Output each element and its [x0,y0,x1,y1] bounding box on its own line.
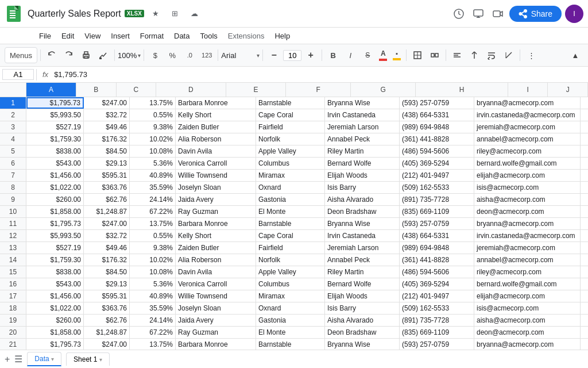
cell[interactable]: $1,022.00 [26,182,84,193]
cell[interactable]: 9.38% [130,121,176,133]
cell[interactable]: Bryanna Wise [325,218,400,229]
cell[interactable]: Bernard Wolfe [325,158,400,169]
cell[interactable] [581,121,588,133]
add-sheet-icon[interactable]: + [5,354,10,365]
cell[interactable]: annabel@acmecorp.com [474,133,581,145]
cell[interactable]: (989) 694-9848 [400,242,474,254]
cell[interactable]: $32.72 [84,109,130,121]
cell[interactable] [581,302,588,314]
row-number[interactable]: 13 [0,242,26,254]
cell[interactable]: Bryanna Wise [325,97,400,109]
cell[interactable]: $838.00 [26,145,84,157]
col-header-d[interactable]: D [156,83,226,97]
cell[interactable]: jeremiah@acmecorp.com [474,242,581,254]
cell[interactable]: elijah@acmecorp.com [474,290,581,302]
cell[interactable]: (212) 401-9497 [400,170,474,181]
cell[interactable]: (486) 594-5606 [400,266,474,278]
cell[interactable]: elijah@acmecorp.com [474,170,581,181]
col-header-e[interactable]: E [226,83,286,97]
cell[interactable]: (212) 401-9497 [400,290,474,302]
cell[interactable]: Willie Townsend [176,170,256,181]
text-color-button[interactable]: A [377,47,389,63]
cell[interactable]: 67.22% [130,206,176,217]
cell[interactable]: 13.75% [130,339,176,350]
cell[interactable]: 10.08% [130,266,176,278]
cell[interactable]: Isis Barry [325,182,400,193]
cell[interactable]: (361) 441-8828 [400,133,474,145]
cell[interactable]: Barbara Monroe [176,218,256,229]
cell[interactable]: isis@acmecorp.com [474,182,581,193]
cell[interactable]: 0.55% [130,230,176,241]
cell[interactable] [581,290,588,302]
cell[interactable]: 9.38% [130,242,176,254]
cell[interactable]: Annabel Peck [325,254,400,266]
cell[interactable]: Jaida Avery [176,315,256,326]
cell[interactable]: 13.75% [130,97,176,109]
row-number[interactable]: 18 [0,302,26,314]
cell[interactable]: Cape Coral [256,109,325,121]
print-button[interactable] [78,47,94,63]
cell[interactable]: (361) 441-8828 [400,254,474,266]
cell[interactable]: (438) 664-5331 [400,230,474,241]
cell[interactable]: 35.59% [130,182,176,193]
cell[interactable]: irvin.castaneda@acmecorp.com [474,230,581,241]
row-number[interactable]: 2 [0,109,26,121]
cell[interactable]: Apple Valley [256,145,325,157]
menu-insert[interactable]: Insert [106,30,134,41]
cloud-icon[interactable]: ☁ [187,6,203,22]
cell[interactable]: Joselyn Sloan [176,302,256,314]
cell[interactable]: Kelly Short [176,230,256,241]
cell[interactable]: $595.31 [84,170,130,181]
cell[interactable]: Cape Coral [256,230,325,241]
cell[interactable]: Barbara Monroe [176,97,256,109]
row-number[interactable]: 14 [0,254,26,266]
menu-format[interactable]: Format [136,30,168,41]
bold-button[interactable]: B [325,47,341,63]
cell[interactable]: Jeremiah Larson [325,121,400,133]
cell[interactable]: $62.76 [84,194,130,205]
cell[interactable]: Elijah Woods [325,170,400,181]
row-number[interactable]: 10 [0,206,26,217]
row-number[interactable]: 21 [0,339,26,350]
cell[interactable]: $363.76 [84,302,130,314]
cell[interactable]: 40.89% [130,170,176,181]
cell[interactable]: Barnstable [256,339,325,350]
highlight-color-button[interactable]: ▪ [390,47,403,63]
row-number[interactable]: 11 [0,218,26,229]
borders-button[interactable] [409,47,425,63]
cell[interactable]: riley@acmecorp.com [474,145,581,157]
cell[interactable]: 35.59% [130,302,176,314]
cell[interactable] [581,133,588,145]
cell[interactable]: Ray Guzman [176,327,256,338]
cell[interactable]: $1,759.30 [26,254,84,266]
menu-extensions[interactable]: Extensions [223,30,269,41]
cell[interactable]: $543.00 [26,278,84,290]
cell[interactable]: $363.76 [84,182,130,193]
cell[interactable]: (509) 162-5533 [400,182,474,193]
cell[interactable]: (405) 369-5294 [400,158,474,169]
cell[interactable]: (891) 735-7728 [400,194,474,205]
cell[interactable]: 67.22% [130,327,176,338]
cell[interactable]: $1,858.00 [26,206,84,217]
cell-reference-input[interactable] [2,69,34,80]
col-header-c[interactable]: C [117,83,157,97]
sheet-list-icon[interactable]: ☰ [14,354,22,365]
cell[interactable]: Alia Roberson [176,254,256,266]
cell[interactable]: $29.13 [84,278,130,290]
row-number[interactable]: 19 [0,315,26,326]
clock-icon[interactable] [451,6,467,22]
cell[interactable] [581,182,588,193]
cell[interactable]: Irvin Castaneda [325,109,400,121]
cell[interactable]: 10.08% [130,145,176,157]
cell[interactable]: Barnstable [256,97,325,109]
cell[interactable]: $176.32 [84,133,130,145]
cell[interactable] [581,230,588,241]
row-number[interactable]: 17 [0,290,26,302]
row-number[interactable]: 20 [0,327,26,338]
cell[interactable]: Zaiden Butler [176,242,256,254]
cell[interactable]: $1,795.73 [26,97,84,109]
cell[interactable]: $29.13 [84,158,130,169]
cell[interactable] [581,266,588,278]
col-header-f[interactable]: F [286,83,351,97]
cell[interactable]: $527.19 [26,121,84,133]
